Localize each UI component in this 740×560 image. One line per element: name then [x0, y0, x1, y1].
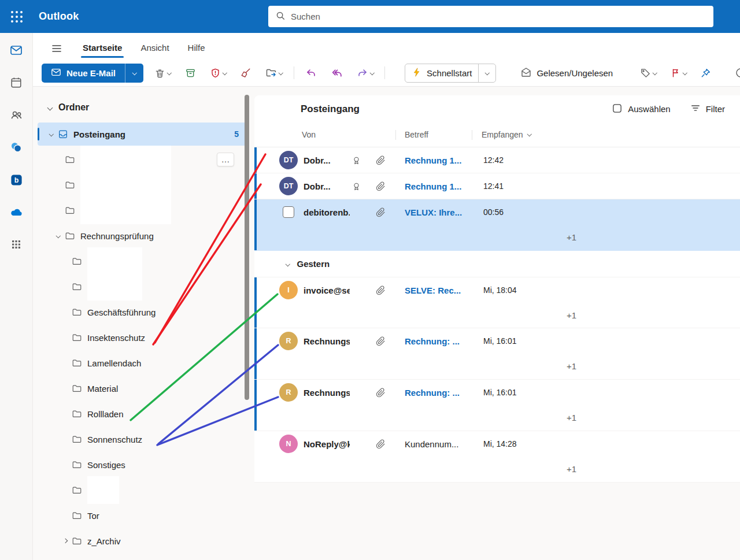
- column-betreff[interactable]: Betreff: [405, 130, 428, 139]
- people-icon[interactable]: [2, 101, 30, 129]
- avatar[interactable]: DT: [279, 151, 298, 169]
- unread-indicator: [254, 380, 257, 431]
- message-row-selected[interactable]: debitorenb... VELUX: Ihre... 00:56 +1: [254, 199, 740, 251]
- conversation-overflow-count[interactable]: +1: [567, 361, 576, 371]
- folder-item-geschaeftsfuehrung[interactable]: Geschäftsführung: [38, 301, 247, 324]
- snooze-button[interactable]: [732, 64, 740, 82]
- folder-item-redacted[interactable]: [38, 479, 247, 502]
- folder-item-redacted[interactable]: [38, 250, 247, 273]
- folder-item-redacted[interactable]: …: [38, 148, 247, 171]
- message-row[interactable]: N NoReply@k... Kundennum... Mi, 14:28 +1: [254, 431, 740, 483]
- folder-more-options-button[interactable]: …: [217, 153, 234, 166]
- tab-startseite[interactable]: Startseite: [73, 38, 131, 60]
- forward-dropdown-chevron[interactable]: [369, 71, 374, 75]
- read-unread-button[interactable]: Gelesen/Ungelesen: [516, 64, 617, 82]
- calendar-icon[interactable]: [2, 69, 30, 97]
- new-mail-dropdown[interactable]: [125, 64, 143, 83]
- folder-item-z-archiv[interactable]: z_Archiv: [38, 529, 247, 552]
- chevron-down-icon[interactable]: [286, 262, 290, 266]
- chevron-down-icon[interactable]: [56, 233, 61, 238]
- avatar[interactable]: N: [279, 435, 298, 453]
- quick-steps-button[interactable]: Schnellstart: [405, 64, 478, 82]
- subject-link[interactable]: Kundennum...: [405, 439, 481, 449]
- conversation-overflow-count[interactable]: +1: [567, 232, 576, 242]
- reply-button[interactable]: [302, 64, 320, 82]
- avatar[interactable]: DT: [279, 177, 298, 195]
- mail-icon[interactable]: [2, 36, 30, 64]
- subject-link[interactable]: Rechnung: ...: [405, 388, 481, 398]
- folder-item-rechnungspruefung[interactable]: Rechnungsprüfung: [38, 224, 247, 247]
- folder-item-redacted[interactable]: [38, 199, 247, 222]
- delete-dropdown-chevron[interactable]: [167, 71, 172, 75]
- search-box[interactable]: [268, 6, 713, 27]
- hamburger-menu-icon[interactable]: [49, 40, 64, 57]
- folder-item-redacted[interactable]: [38, 275, 247, 298]
- select-button[interactable]: Auswählen: [612, 103, 670, 116]
- reply-all-button[interactable]: [328, 64, 346, 82]
- redacted-folder-name: [80, 196, 171, 224]
- message-row[interactable]: R Rechnungs... Rechnung: ... Mi, 16:01 +…: [254, 328, 740, 380]
- subject-link[interactable]: Rechnung 1...: [405, 181, 481, 191]
- chevron-down-icon[interactable]: [47, 105, 53, 110]
- column-empfangen[interactable]: Empfangen: [482, 130, 531, 139]
- forward-button[interactable]: [354, 64, 377, 82]
- tab-hilfe[interactable]: Hilfe: [179, 38, 214, 60]
- folder-item-lamellendach[interactable]: Lamellendach: [38, 351, 247, 374]
- subject-link[interactable]: Rechnung: ...: [405, 336, 481, 346]
- folder-item-redacted[interactable]: [38, 173, 247, 196]
- folder-pane-scrollbar[interactable]: [245, 95, 249, 400]
- chevron-down-icon[interactable]: [49, 132, 54, 136]
- filter-button[interactable]: Filter: [690, 103, 725, 116]
- conversation-overflow-count[interactable]: +1: [567, 310, 576, 320]
- folder-item-material[interactable]: Material: [38, 377, 247, 400]
- folder-item-insektenschutz[interactable]: Insektenschutz: [38, 326, 247, 349]
- onedrive-icon[interactable]: [2, 198, 30, 226]
- pin-button[interactable]: [697, 64, 714, 82]
- subject-link[interactable]: SELVE: Rec...: [405, 285, 481, 295]
- attachment-icon: [374, 335, 387, 347]
- archive-button[interactable]: [182, 64, 199, 82]
- message-row[interactable]: DT Dobr... Rechnung 1... 12:41: [254, 173, 740, 199]
- delete-button[interactable]: [151, 64, 174, 82]
- flag-button[interactable]: [668, 64, 690, 82]
- subject-link[interactable]: VELUX: Ihre...: [405, 207, 481, 217]
- folder-item-tor[interactable]: Tor: [38, 504, 247, 527]
- groups-icon[interactable]: [2, 133, 30, 161]
- quick-steps-dropdown[interactable]: [478, 64, 495, 82]
- folder-item-sonstiges[interactable]: Sonstiges: [38, 453, 247, 476]
- sweep-button[interactable]: [237, 64, 254, 82]
- row-checkbox[interactable]: [283, 206, 294, 218]
- section-header-gestern[interactable]: Gestern: [254, 251, 740, 277]
- column-von[interactable]: Von: [302, 130, 316, 139]
- move-to-dropdown-chevron[interactable]: [279, 71, 283, 75]
- new-mail-button[interactable]: Neue E-Mail: [42, 64, 125, 83]
- folder-item-rollladen[interactable]: Rollladen: [38, 402, 247, 425]
- more-apps-icon[interactable]: [2, 231, 30, 258]
- tab-ansicht[interactable]: Ansicht: [131, 38, 178, 60]
- avatar[interactable]: R: [279, 383, 298, 402]
- move-to-button[interactable]: [262, 64, 286, 82]
- ribbon-tabs: Startseite Ansicht Hilfe: [33, 33, 740, 60]
- subject-link[interactable]: Rechnung 1...: [405, 155, 481, 165]
- flag-dropdown-chevron[interactable]: [683, 71, 687, 75]
- message-row[interactable]: DT Dobr... Rechnung 1... 12:42: [254, 147, 740, 173]
- folders-header[interactable]: Ordner: [33, 97, 253, 118]
- report-button[interactable]: [207, 64, 230, 82]
- chevron-right-icon[interactable]: [63, 539, 68, 543]
- sender: Rechnungs...: [304, 388, 350, 398]
- avatar[interactable]: I: [279, 281, 298, 299]
- folder-item-posteingang[interactable]: Posteingang 5: [38, 123, 247, 146]
- categorize-button[interactable]: [637, 64, 660, 82]
- conversation-overflow-count[interactable]: +1: [567, 413, 576, 422]
- search-input[interactable]: [291, 12, 706, 21]
- report-dropdown-chevron[interactable]: [222, 71, 227, 75]
- message-row[interactable]: R Rechnungs... Rechnung: ... Mi, 16:01 +…: [254, 380, 740, 431]
- bookings-icon[interactable]: b: [2, 166, 30, 194]
- folder-item-sonnenschutz[interactable]: Sonnenschutz: [38, 428, 247, 451]
- categorize-dropdown-chevron[interactable]: [653, 71, 657, 75]
- sender: NoReply@k...: [304, 439, 350, 449]
- app-launcher-icon[interactable]: [0, 0, 33, 33]
- avatar[interactable]: R: [279, 332, 298, 350]
- message-row[interactable]: I invoice@se... SELVE: Rec... Mi, 18:04 …: [254, 277, 740, 328]
- conversation-overflow-count[interactable]: +1: [567, 464, 576, 474]
